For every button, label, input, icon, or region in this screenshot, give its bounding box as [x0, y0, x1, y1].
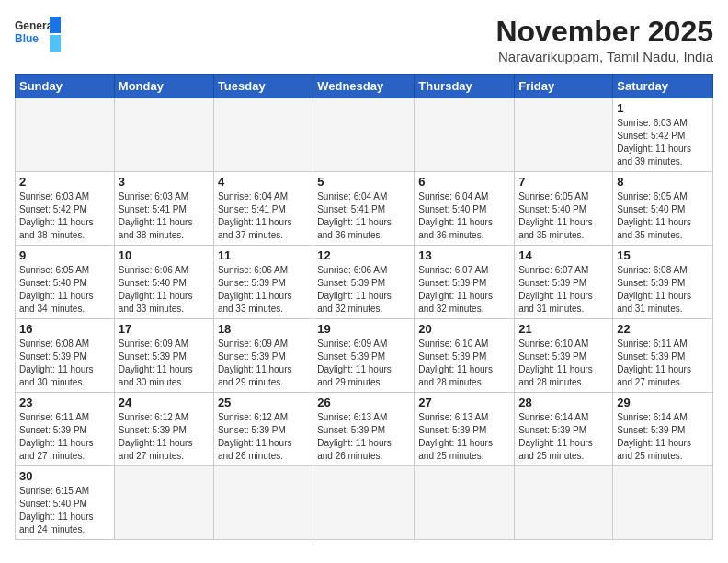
- day-info: Sunrise: 6:04 AM Sunset: 5:40 PM Dayligh…: [418, 190, 510, 242]
- calendar-cell: [313, 98, 415, 172]
- day-info: Sunrise: 6:13 AM Sunset: 5:39 PM Dayligh…: [418, 411, 510, 463]
- calendar-cell: 9Sunrise: 6:05 AM Sunset: 5:40 PM Daylig…: [16, 246, 115, 319]
- day-info: Sunrise: 6:08 AM Sunset: 5:39 PM Dayligh…: [617, 264, 709, 316]
- logo-blue-text: Blue: [15, 32, 39, 45]
- calendar-cell: 10Sunrise: 6:06 AM Sunset: 5:40 PM Dayli…: [114, 246, 213, 319]
- calendar-cell: [415, 98, 515, 172]
- day-info: Sunrise: 6:06 AM Sunset: 5:39 PM Dayligh…: [218, 264, 309, 316]
- calendar-cell: 15Sunrise: 6:08 AM Sunset: 5:39 PM Dayli…: [613, 246, 713, 319]
- day-info: Sunrise: 6:04 AM Sunset: 5:41 PM Dayligh…: [317, 190, 410, 242]
- day-info: Sunrise: 6:09 AM Sunset: 5:39 PM Dayligh…: [119, 338, 210, 389]
- day-info: Sunrise: 6:03 AM Sunset: 5:41 PM Dayligh…: [119, 190, 210, 242]
- day-number: 11: [218, 248, 309, 262]
- day-number: 7: [518, 175, 609, 189]
- calendar-cell: [213, 466, 313, 540]
- day-info: Sunrise: 6:05 AM Sunset: 5:40 PM Dayligh…: [19, 264, 110, 316]
- calendar-cell: 13Sunrise: 6:07 AM Sunset: 5:39 PM Dayli…: [415, 246, 515, 319]
- svg-marker-2: [50, 35, 61, 52]
- day-number: 20: [418, 322, 510, 336]
- calendar-cell: [515, 466, 613, 540]
- day-number: 22: [617, 322, 709, 336]
- day-info: Sunrise: 6:14 AM Sunset: 5:39 PM Dayligh…: [518, 411, 609, 463]
- calendar-week-6: 30Sunrise: 6:15 AM Sunset: 5:40 PM Dayli…: [16, 466, 713, 540]
- calendar-cell: 28Sunrise: 6:14 AM Sunset: 5:39 PM Dayli…: [515, 393, 613, 466]
- day-number: 12: [317, 248, 410, 262]
- calendar-table: SundayMondayTuesdayWednesdayThursdayFrid…: [15, 74, 713, 540]
- day-info: Sunrise: 6:03 AM Sunset: 5:42 PM Dayligh…: [617, 117, 709, 168]
- weekday-header-thursday: Thursday: [415, 75, 515, 98]
- calendar-cell: 2Sunrise: 6:03 AM Sunset: 5:42 PM Daylig…: [16, 172, 115, 246]
- calendar-cell: 24Sunrise: 6:12 AM Sunset: 5:39 PM Dayli…: [114, 393, 213, 466]
- calendar-cell: 23Sunrise: 6:11 AM Sunset: 5:39 PM Dayli…: [16, 393, 115, 466]
- calendar-cell: 30Sunrise: 6:15 AM Sunset: 5:40 PM Dayli…: [16, 466, 115, 540]
- day-number: 17: [119, 322, 210, 336]
- day-number: 19: [317, 322, 410, 336]
- day-info: Sunrise: 6:05 AM Sunset: 5:40 PM Dayligh…: [617, 190, 709, 242]
- day-number: 23: [19, 396, 110, 409]
- day-info: Sunrise: 6:07 AM Sunset: 5:39 PM Dayligh…: [518, 264, 609, 316]
- day-info: Sunrise: 6:15 AM Sunset: 5:40 PM Dayligh…: [19, 485, 110, 536]
- calendar-cell: 12Sunrise: 6:06 AM Sunset: 5:39 PM Dayli…: [313, 246, 415, 319]
- svg-marker-1: [50, 17, 61, 33]
- day-number: 4: [218, 175, 309, 189]
- generalblue-logo-icon: General Blue: [15, 15, 61, 53]
- calendar-cell: 16Sunrise: 6:08 AM Sunset: 5:39 PM Dayli…: [16, 319, 115, 393]
- page-header: General Blue November 2025 Naravarikuppa…: [15, 15, 713, 64]
- location-subtitle: Naravarikuppam, Tamil Nadu, India: [495, 49, 713, 64]
- calendar-cell: 5Sunrise: 6:04 AM Sunset: 5:41 PM Daylig…: [313, 172, 415, 246]
- calendar-cell: 1Sunrise: 6:03 AM Sunset: 5:42 PM Daylig…: [613, 98, 713, 172]
- day-number: 16: [19, 322, 110, 336]
- day-info: Sunrise: 6:06 AM Sunset: 5:39 PM Dayligh…: [317, 264, 410, 316]
- calendar-cell: 18Sunrise: 6:09 AM Sunset: 5:39 PM Dayli…: [213, 319, 313, 393]
- day-number: 18: [218, 322, 309, 336]
- calendar-week-3: 9Sunrise: 6:05 AM Sunset: 5:40 PM Daylig…: [16, 246, 713, 319]
- day-info: Sunrise: 6:12 AM Sunset: 5:39 PM Dayligh…: [119, 411, 210, 463]
- calendar-cell: 8Sunrise: 6:05 AM Sunset: 5:40 PM Daylig…: [613, 172, 713, 246]
- day-number: 25: [218, 396, 309, 409]
- calendar-cell: 4Sunrise: 6:04 AM Sunset: 5:41 PM Daylig…: [213, 172, 313, 246]
- day-info: Sunrise: 6:08 AM Sunset: 5:39 PM Dayligh…: [19, 338, 110, 389]
- day-info: Sunrise: 6:05 AM Sunset: 5:40 PM Dayligh…: [518, 190, 609, 242]
- day-info: Sunrise: 6:11 AM Sunset: 5:39 PM Dayligh…: [19, 411, 110, 463]
- calendar-cell: [114, 466, 213, 540]
- calendar-cell: 14Sunrise: 6:07 AM Sunset: 5:39 PM Dayli…: [515, 246, 613, 319]
- day-number: 5: [317, 175, 410, 189]
- day-info: Sunrise: 6:14 AM Sunset: 5:39 PM Dayligh…: [617, 411, 709, 463]
- calendar-cell: 21Sunrise: 6:10 AM Sunset: 5:39 PM Dayli…: [515, 319, 613, 393]
- day-number: 9: [19, 248, 110, 262]
- day-info: Sunrise: 6:10 AM Sunset: 5:39 PM Dayligh…: [418, 338, 510, 389]
- day-number: 1: [617, 101, 709, 115]
- day-number: 3: [119, 175, 210, 189]
- weekday-header-monday: Monday: [114, 75, 213, 98]
- calendar-week-5: 23Sunrise: 6:11 AM Sunset: 5:39 PM Dayli…: [16, 393, 713, 466]
- day-number: 8: [617, 175, 709, 189]
- calendar-cell: [313, 466, 415, 540]
- day-number: 6: [418, 175, 510, 189]
- day-number: 28: [518, 396, 609, 409]
- day-info: Sunrise: 6:09 AM Sunset: 5:39 PM Dayligh…: [317, 338, 410, 389]
- day-info: Sunrise: 6:06 AM Sunset: 5:40 PM Dayligh…: [119, 264, 210, 316]
- calendar-cell: 29Sunrise: 6:14 AM Sunset: 5:39 PM Dayli…: [613, 393, 713, 466]
- calendar-cell: 20Sunrise: 6:10 AM Sunset: 5:39 PM Dayli…: [415, 319, 515, 393]
- day-number: 26: [317, 396, 410, 409]
- day-number: 15: [617, 248, 709, 262]
- month-title: November 2025: [495, 15, 713, 49]
- day-info: Sunrise: 6:09 AM Sunset: 5:39 PM Dayligh…: [218, 338, 309, 389]
- day-info: Sunrise: 6:13 AM Sunset: 5:39 PM Dayligh…: [317, 411, 410, 463]
- calendar-cell: 7Sunrise: 6:05 AM Sunset: 5:40 PM Daylig…: [515, 172, 613, 246]
- day-info: Sunrise: 6:12 AM Sunset: 5:39 PM Dayligh…: [218, 411, 309, 463]
- logo-area: General Blue: [15, 15, 61, 53]
- weekday-header-tuesday: Tuesday: [213, 75, 313, 98]
- day-info: Sunrise: 6:10 AM Sunset: 5:39 PM Dayligh…: [518, 338, 609, 389]
- calendar-cell: [114, 98, 213, 172]
- calendar-cell: 25Sunrise: 6:12 AM Sunset: 5:39 PM Dayli…: [213, 393, 313, 466]
- day-number: 30: [19, 469, 110, 483]
- weekday-header-saturday: Saturday: [613, 75, 713, 98]
- calendar-cell: [415, 466, 515, 540]
- calendar-week-2: 2Sunrise: 6:03 AM Sunset: 5:42 PM Daylig…: [16, 172, 713, 246]
- weekday-header-friday: Friday: [515, 75, 613, 98]
- day-number: 24: [119, 396, 210, 409]
- calendar-cell: 3Sunrise: 6:03 AM Sunset: 5:41 PM Daylig…: [114, 172, 213, 246]
- day-number: 2: [19, 175, 110, 189]
- day-info: Sunrise: 6:07 AM Sunset: 5:39 PM Dayligh…: [418, 264, 510, 316]
